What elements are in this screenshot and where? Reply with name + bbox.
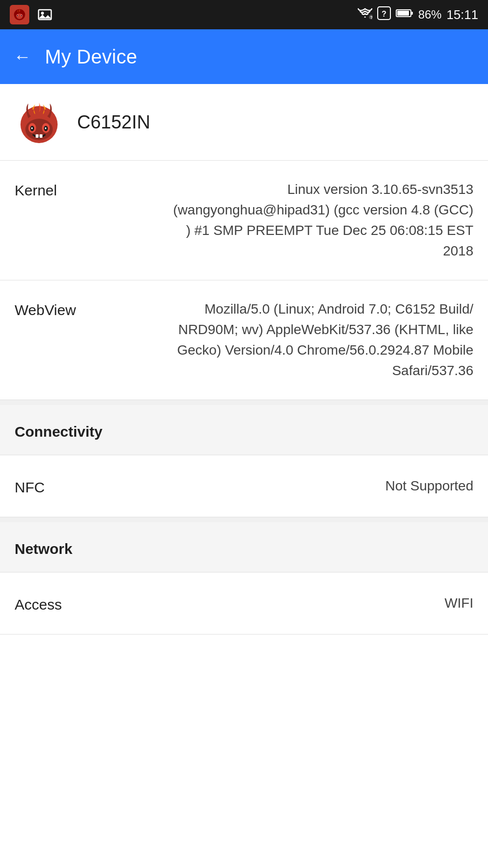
battery-icon <box>396 8 413 21</box>
connectivity-title: Connectivity <box>15 423 102 440</box>
svg-text:?: ? <box>382 10 386 18</box>
svg-point-21 <box>31 127 33 129</box>
webview-label: WebView <box>15 299 102 318</box>
webview-row: WebView Mozilla/5.0 (Linux; Android 7.0;… <box>0 280 488 400</box>
time-display: 15:11 <box>447 7 478 22</box>
access-value: WIFI <box>445 593 473 614</box>
nfc-label: NFC <box>15 476 102 496</box>
svg-point-5 <box>21 15 22 17</box>
device-header: C6152IN <box>0 84 488 161</box>
question-icon: ? <box>377 6 391 23</box>
network-section-header: Network <box>0 522 488 572</box>
access-label: Access <box>15 593 102 613</box>
kernel-row: Kernel Linux version 3.10.65-svn3513 (wa… <box>0 161 488 280</box>
battery-percent: 86% <box>418 8 442 21</box>
device-name: C6152IN <box>77 112 150 133</box>
svg-rect-14 <box>397 11 409 16</box>
svg-rect-24 <box>40 134 42 138</box>
kernel-value: Linux version 3.10.65-svn3513 (wangyongh… <box>171 179 473 261</box>
svg-rect-23 <box>36 134 39 138</box>
status-bar: ? ? 86% 15:11 <box>0 0 488 29</box>
svg-point-22 <box>45 127 46 129</box>
wifi-icon: ? <box>358 7 372 22</box>
device-devil-icon <box>15 98 63 147</box>
svg-point-7 <box>41 12 44 15</box>
status-bar-right: ? ? 86% 15:11 <box>358 6 478 23</box>
nfc-value: Not Supported <box>385 476 473 496</box>
nfc-row: NFC Not Supported <box>0 455 488 517</box>
status-bar-left <box>10 5 55 24</box>
kernel-label: Kernel <box>15 179 102 199</box>
svg-rect-13 <box>411 12 413 15</box>
connectivity-section-header: Connectivity <box>0 405 488 455</box>
section-divider-1 <box>0 400 488 405</box>
back-button[interactable]: ← <box>14 46 31 67</box>
app-bar: ← My Device <box>0 29 488 84</box>
app-bar-title: My Device <box>45 46 137 68</box>
access-row: Access WIFI <box>0 572 488 635</box>
app-icon <box>10 5 29 24</box>
gallery-icon <box>35 5 55 24</box>
svg-point-4 <box>17 15 18 17</box>
network-title: Network <box>15 541 72 557</box>
section-divider-2 <box>0 517 488 522</box>
webview-value: Mozilla/5.0 (Linux; Android 7.0; C6152 B… <box>171 299 473 381</box>
svg-text:?: ? <box>370 15 372 19</box>
